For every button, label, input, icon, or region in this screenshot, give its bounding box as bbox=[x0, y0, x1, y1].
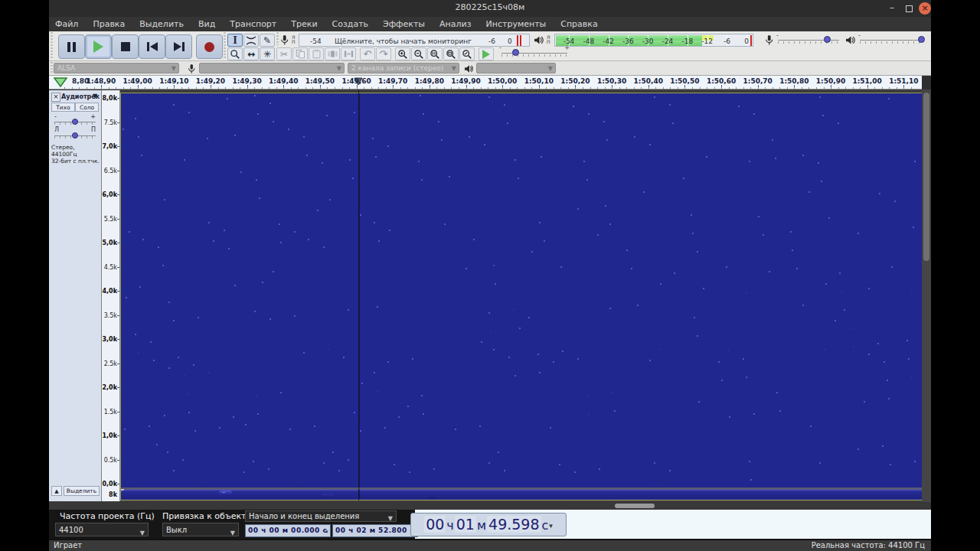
menu-item-Создать[interactable]: Создать bbox=[332, 19, 369, 29]
playback-volume-thumb[interactable] bbox=[918, 36, 925, 43]
selection-tool-button[interactable]: I bbox=[227, 34, 243, 47]
spectrogram-channel-1[interactable] bbox=[121, 93, 923, 487]
zoom-out-button[interactable] bbox=[411, 47, 426, 60]
close-button[interactable]: × bbox=[919, 2, 931, 15]
dropdown-arrow-icon: ▼ bbox=[388, 514, 393, 522]
play-at-speed-button[interactable] bbox=[479, 47, 494, 60]
vertical-scrollbar[interactable] bbox=[922, 90, 931, 502]
timeline-minor-tick bbox=[109, 87, 109, 89]
timeline-minor-tick bbox=[736, 87, 737, 89]
track-collapse-button[interactable]: ▲ bbox=[51, 486, 62, 496]
play-speed-slider[interactable]: - + bbox=[499, 47, 570, 59]
recording-volume-slider[interactable]: - bbox=[776, 34, 841, 46]
menu-item-Инструменты[interactable]: Инструменты bbox=[486, 19, 547, 29]
timeline-pin-icon[interactable] bbox=[54, 77, 67, 87]
timeline-ruler[interactable]: 8,80 1:48,901:49,001:49,101:49,201:49,30… bbox=[49, 76, 922, 90]
vertical-scrollbar-thumb[interactable] bbox=[923, 93, 929, 261]
zoom-toggle-button[interactable] bbox=[459, 47, 475, 60]
pause-button[interactable] bbox=[58, 34, 85, 59]
envelope-tool-button[interactable] bbox=[243, 34, 259, 47]
maximize-icon bbox=[906, 5, 913, 12]
menu-item-Правка[interactable]: Правка bbox=[93, 19, 125, 29]
track-close-button[interactable]: × bbox=[51, 93, 60, 102]
timeline-minor-tick bbox=[845, 87, 846, 89]
toolbar-grip[interactable] bbox=[51, 32, 53, 60]
snap-to-dropdown[interactable]: Выкл▼ bbox=[162, 523, 239, 536]
zoom-fit-button[interactable] bbox=[443, 47, 459, 60]
audio-position-display[interactable]: 00ч01м49.598с▾ bbox=[410, 513, 567, 536]
record-meter[interactable]: -54 Щёлкните, чтобы начать мониторинг -6… bbox=[299, 34, 530, 47]
track-select-button[interactable]: Выделить bbox=[64, 486, 100, 496]
menu-item-Эффекты[interactable]: Эффекты bbox=[383, 19, 425, 29]
recording-device-dropdown[interactable]: ▼ bbox=[199, 63, 345, 73]
play-speed-thumb[interactable] bbox=[512, 49, 519, 56]
zoom-in-button[interactable] bbox=[395, 47, 410, 60]
recording-volume-thumb[interactable] bbox=[824, 36, 831, 43]
timeline-minor-tick bbox=[305, 87, 306, 89]
horizontal-scrollbar[interactable] bbox=[49, 502, 931, 510]
project-rate-dropdown[interactable]: 44100▼ bbox=[55, 523, 149, 536]
skip-to-end-button[interactable] bbox=[165, 34, 192, 59]
frequency-label: 3,0k bbox=[103, 336, 118, 343]
minimize-button[interactable]: – bbox=[885, 2, 899, 15]
silence-selection-button[interactable] bbox=[341, 47, 356, 60]
menu-item-Вид[interactable]: Вид bbox=[198, 19, 215, 29]
zoom-selection-button[interactable] bbox=[427, 47, 443, 60]
track-menu-arrow-icon[interactable]: ▼ bbox=[93, 93, 97, 99]
envelope-tool-icon bbox=[246, 36, 256, 45]
horizontal-scrollbar-thumb[interactable] bbox=[615, 504, 655, 508]
toolbar-grip[interactable] bbox=[276, 32, 279, 45]
playback-volume-slider[interactable]: - bbox=[858, 34, 926, 46]
selection-start-field[interactable]: 00 ч 00 м 00.000 с▾ bbox=[245, 524, 331, 537]
menu-item-Справка[interactable]: Справка bbox=[560, 19, 597, 29]
track-pan-thumb[interactable] bbox=[72, 132, 78, 139]
draw-tool-button[interactable]: ✎ bbox=[260, 34, 275, 47]
skip-to-start-button[interactable] bbox=[139, 34, 165, 59]
playback-device-dropdown[interactable]: ▼ bbox=[476, 63, 556, 73]
zoom-toggle-icon bbox=[462, 49, 472, 60]
recording-channels-dropdown[interactable]: 2 канала записи (стерео)▼ bbox=[348, 63, 459, 73]
track-pan-slider[interactable]: Л П bbox=[52, 126, 98, 139]
multi-tool-button[interactable]: ✳ bbox=[260, 47, 275, 60]
maximize-button[interactable] bbox=[902, 2, 916, 15]
spectrogram-channel-2-collapsed[interactable] bbox=[121, 489, 923, 499]
timeline-label: 1:49,90 bbox=[451, 77, 480, 85]
mute-button[interactable]: Тихо bbox=[51, 103, 75, 112]
redo-button[interactable]: ↷ bbox=[376, 47, 391, 60]
selection-end-field[interactable]: 00 ч 02 м 52.800 с▾ bbox=[332, 524, 418, 537]
multi-tool-icon: ✳ bbox=[263, 49, 271, 60]
desktop-background: 280225с15ч08м – × ФайлПравкаВыделитьВидТ… bbox=[0, 0, 980, 551]
zoom-tool-button[interactable] bbox=[227, 47, 243, 60]
stop-button[interactable] bbox=[112, 34, 139, 59]
menu-item-Выделить[interactable]: Выделить bbox=[139, 19, 184, 29]
menu-item-Анализ[interactable]: Анализ bbox=[439, 19, 472, 29]
menu-item-Треки[interactable]: Треки bbox=[291, 19, 317, 29]
play-button[interactable] bbox=[85, 34, 112, 59]
slider-ticks bbox=[778, 41, 839, 44]
menu-item-Транспорт[interactable]: Транспорт bbox=[230, 19, 276, 29]
selection-mode-dropdown[interactable]: Начало и конец выделения▼ bbox=[245, 510, 397, 522]
undo-button[interactable]: ↶ bbox=[360, 47, 375, 60]
timeshift-tool-button[interactable]: ↔ bbox=[243, 47, 259, 60]
toolbar-grip[interactable] bbox=[51, 62, 53, 73]
dropdown-arrow-icon: ▼ bbox=[140, 527, 145, 536]
timeline-minor-tick bbox=[903, 87, 904, 89]
record-button[interactable] bbox=[196, 34, 223, 59]
audio-host-dropdown[interactable]: ALSA▼ bbox=[54, 63, 179, 73]
paste-button[interactable] bbox=[309, 47, 324, 60]
frequency-label: 1.5k bbox=[104, 408, 117, 415]
menu-item-Файл[interactable]: Файл bbox=[55, 19, 78, 29]
track-gain-thumb[interactable] bbox=[72, 119, 78, 125]
playback-meter[interactable]: -54-48-42-36-30-24-18-12-60 bbox=[554, 34, 753, 47]
toolbar-grip[interactable] bbox=[224, 32, 226, 60]
track-control-panel[interactable]: × Аудиотрек ▼ Тихо Соло - + Л П Стерео, … bbox=[49, 90, 102, 501]
timeline-label: 1:49,70 bbox=[378, 77, 407, 85]
copy-button[interactable] bbox=[292, 47, 308, 60]
timeline-label: 1:49,60 bbox=[341, 77, 371, 85]
cut-button[interactable]: ✂ bbox=[276, 47, 292, 60]
timeline-minor-tick bbox=[203, 87, 204, 89]
timeline-minor-tick bbox=[386, 87, 387, 89]
trim-outside-button[interactable] bbox=[325, 47, 340, 60]
solo-button[interactable]: Соло bbox=[75, 103, 99, 112]
track-gain-slider[interactable]: - + bbox=[52, 113, 98, 126]
